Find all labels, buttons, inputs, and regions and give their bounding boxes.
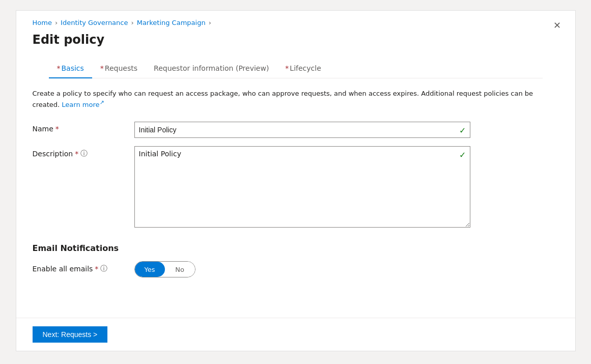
tab-requests[interactable]: *Requests <box>92 59 146 78</box>
email-notifications-heading: Email Notifications <box>33 243 559 253</box>
name-label: Name * <box>33 122 134 133</box>
learn-more-link[interactable]: Learn more↗ <box>62 101 104 108</box>
breadcrumb-home[interactable]: Home <box>33 19 52 26</box>
page-title: Edit policy <box>33 33 559 47</box>
enable-emails-row: Enable all emails * ⓘ Yes No <box>33 261 559 277</box>
description-textarea[interactable]: Initial Policy <box>134 146 470 228</box>
name-input[interactable] <box>134 122 470 138</box>
description-field-row: Description * ⓘ Initial Policy ✓ <box>33 146 559 229</box>
breadcrumb: Home › Identity Governance › Marketing C… <box>16 11 575 26</box>
name-field-row: Name * ✓ <box>33 122 559 138</box>
chevron-icon-2: › <box>131 19 133 26</box>
description-label: Description * ⓘ <box>33 146 134 158</box>
panel-footer: Next: Requests > <box>16 318 575 351</box>
enable-emails-info-icon[interactable]: ⓘ <box>100 264 107 273</box>
tab-lifecycle[interactable]: *Lifecycle <box>277 59 329 78</box>
edit-policy-panel: Home › Identity Governance › Marketing C… <box>16 10 576 351</box>
description-control: Initial Policy ✓ <box>134 146 470 229</box>
name-control: ✓ <box>134 122 470 138</box>
breadcrumb-identity-governance[interactable]: Identity Governance <box>61 19 128 26</box>
tab-basics[interactable]: *Basics <box>49 59 92 78</box>
email-notifications-section: Email Notifications Enable all emails * … <box>33 243 559 277</box>
enable-emails-control: Yes No <box>134 261 470 277</box>
toggle-no[interactable]: No <box>165 262 195 277</box>
chevron-icon-3: › <box>209 19 211 26</box>
breadcrumb-marketing-campaign[interactable]: Marketing Campaign <box>137 19 206 26</box>
yes-no-toggle: Yes No <box>134 261 195 277</box>
next-button[interactable]: Next: Requests > <box>33 326 108 343</box>
form-description: Create a policy to specify who can reque… <box>33 89 559 109</box>
tabs-nav: *Basics *Requests Requestor information … <box>49 59 543 78</box>
chevron-icon-1: › <box>55 19 58 26</box>
enable-emails-label: Enable all emails * ⓘ <box>33 261 134 273</box>
toggle-yes[interactable]: Yes <box>135 262 165 277</box>
tab-requestor-info[interactable]: Requestor information (Preview) <box>146 59 277 78</box>
description-info-icon[interactable]: ⓘ <box>80 149 88 158</box>
panel-body: *Basics *Requests Requestor information … <box>16 47 575 318</box>
close-button[interactable]: ✕ <box>551 19 563 32</box>
